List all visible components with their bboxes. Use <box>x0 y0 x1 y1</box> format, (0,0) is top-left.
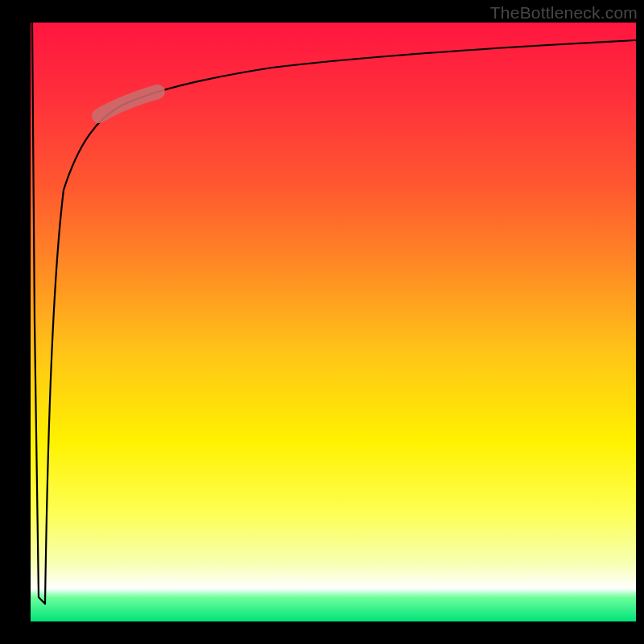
heat-gradient-background <box>31 23 636 621</box>
watermark-text: TheBottleneck.com <box>490 3 638 23</box>
chart-frame: TheBottleneck.com <box>0 0 644 644</box>
plot-area <box>31 23 636 621</box>
